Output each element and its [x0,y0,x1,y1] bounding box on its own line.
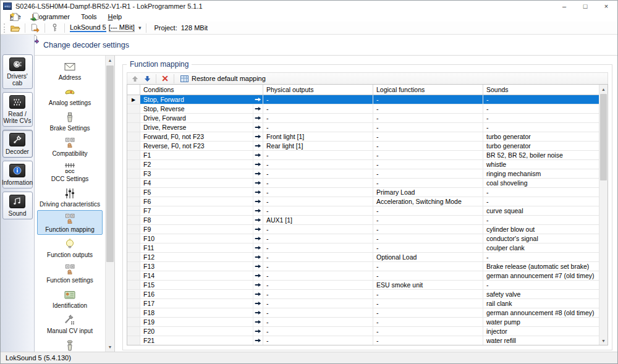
condition-cell[interactable]: F8 [140,216,263,224]
move-row-up-button[interactable] [129,74,141,83]
device-selector-dropdown[interactable]: LokSound 5 [--- MBit] ▾ [67,23,143,33]
condition-cell[interactable]: F17 [140,299,263,308]
row-selector-cell[interactable] [127,336,140,345]
table-row[interactable]: F10 - - conductor's signal [127,234,599,243]
scroll-down-button[interactable]: ▼ [599,336,607,345]
sounds-cell[interactable]: coulper clank [483,243,599,252]
logical-functions-cell[interactable]: - [373,104,483,113]
sounds-cell[interactable]: water pump [483,318,599,326]
maximize-button[interactable]: □ [582,2,589,10]
logical-functions-cell[interactable]: Optional Load [373,253,483,261]
condition-cell[interactable]: Stop, Reverse [140,104,263,113]
nav-item-manual-cv-input[interactable]: Manual CV input [37,311,103,336]
table-row[interactable]: Drive, Reverse - - - [127,123,599,132]
nav-item-analog-settings[interactable]: Analog settings [37,83,103,108]
logical-functions-cell[interactable]: - [373,299,483,308]
row-selector-cell[interactable] [127,104,140,113]
close-button[interactable]: × [603,2,610,10]
table-row[interactable]: Drive, Forward - - - [127,114,599,123]
condition-cell[interactable]: F9 [140,225,263,234]
row-selector-cell[interactable] [127,169,140,178]
settings-nav-scrollbar[interactable]: ▲ ▼ [105,56,114,352]
sounds-cell[interactable]: - [483,197,599,206]
physical-outputs-cell[interactable]: - [263,308,373,317]
sounds-cell[interactable]: coal shoveling [483,179,599,187]
sounds-cell[interactable]: curve squeal [483,206,599,215]
row-selector-cell[interactable] [127,290,140,298]
row-selector-cell[interactable]: ▶ [127,95,140,104]
table-row[interactable]: Reverse, F0, not F23 Rear light [1] - tu… [127,142,599,151]
sounds-cell[interactable]: rail clank [483,299,599,308]
table-row[interactable]: F12 - Optional Load - [127,253,599,262]
physical-outputs-cell[interactable]: - [263,188,373,197]
column-header-logical-functions[interactable]: Logical functions [373,85,483,95]
logical-functions-cell[interactable]: - [373,271,483,280]
physical-outputs-cell[interactable]: - [263,253,373,261]
logical-functions-cell[interactable]: - [373,308,483,317]
scroll-up-button[interactable]: ▲ [106,56,114,65]
logical-functions-cell[interactable]: - [373,151,483,159]
table-row[interactable]: F5 - Primary Load - [127,188,599,197]
condition-cell[interactable]: F18 [140,308,263,317]
sounds-cell[interactable]: cylinder blow out [483,225,599,234]
nav-item-motor-settings[interactable]: Motor Settings [37,337,103,352]
tab-drivers-cab[interactable]: Drivers' cab [2,54,33,89]
table-row[interactable]: ▶ Stop, Forward - - - [127,95,599,104]
table-row[interactable]: F20 - - injector [127,327,599,336]
condition-cell[interactable]: F14 [140,271,263,280]
physical-outputs-cell[interactable]: - [263,299,373,308]
write-to-decoder-button[interactable] [28,22,41,33]
sounds-cell[interactable]: german announcement #7 (old timey) [483,271,599,280]
condition-cell[interactable]: F7 [140,206,263,215]
condition-cell[interactable]: F1 [140,151,263,159]
tab-decoder[interactable]: Decoder [2,130,33,158]
condition-cell[interactable]: Reverse, F0, not F23 [140,142,263,150]
sounds-cell[interactable]: turbo generator [483,142,599,150]
physical-outputs-cell[interactable]: - [263,234,373,243]
table-row[interactable]: F4 - - coal shoveling [127,179,599,188]
table-row[interactable]: F7 - - curve squeal [127,206,599,216]
sounds-cell[interactable]: - [483,253,599,261]
tab-information[interactable]: Information [2,161,33,188]
row-selector-cell[interactable] [127,281,140,289]
physical-outputs-cell[interactable]: Rear light [1] [263,142,373,150]
nav-item-compatibility[interactable]: Compatibility [37,134,103,159]
row-selector-cell[interactable] [127,188,140,197]
condition-cell[interactable]: F3 [140,169,263,178]
nav-item-address[interactable]: Address [37,58,103,83]
sounds-cell[interactable]: german announcement #8 (old timey) [483,308,599,317]
condition-cell[interactable]: Forward, F0, not F23 [140,132,263,141]
condition-cell[interactable]: Stop, Forward [140,95,263,104]
row-selector-cell[interactable] [127,160,140,169]
sounds-cell[interactable]: turbo generator [483,132,599,141]
scrollbar-thumb[interactable] [106,66,114,262]
table-row[interactable]: F2 - - whistle [127,160,599,169]
physical-outputs-cell[interactable]: - [263,114,373,122]
row-selector-cell[interactable] [127,299,140,308]
row-selector-cell[interactable] [127,253,140,261]
delete-row-button[interactable]: ✕ [159,74,171,83]
sounds-cell[interactable]: water refill [483,336,599,345]
logical-functions-cell[interactable]: - [373,234,483,243]
table-row[interactable]: F14 - - german announcement #7 (old time… [127,271,599,281]
condition-cell[interactable]: F2 [140,160,263,169]
physical-outputs-cell[interactable]: - [263,336,373,345]
condition-cell[interactable]: F16 [140,290,263,298]
physical-outputs-cell[interactable]: - [263,169,373,178]
nav-item-brake-settings[interactable]: Brake Settings [37,109,103,133]
row-selector-cell[interactable] [127,142,140,150]
physical-outputs-cell[interactable]: - [263,225,373,234]
programmer-connection-button[interactable] [48,22,61,33]
physical-outputs-cell[interactable]: - [263,243,373,252]
sounds-cell[interactable]: - [483,123,599,132]
menu-item-help[interactable]: Help [103,12,128,21]
condition-cell[interactable]: F6 [140,197,263,206]
physical-outputs-cell[interactable]: - [263,262,373,271]
sounds-cell[interactable]: - [483,114,599,122]
minimize-button[interactable]: – [561,2,568,10]
table-row[interactable]: F19 - - water pump [127,318,599,327]
scroll-up-button[interactable]: ▲ [599,85,607,93]
condition-cell[interactable]: F11 [140,243,263,252]
logical-functions-cell[interactable]: - [373,179,483,187]
physical-outputs-cell[interactable]: - [263,104,373,113]
